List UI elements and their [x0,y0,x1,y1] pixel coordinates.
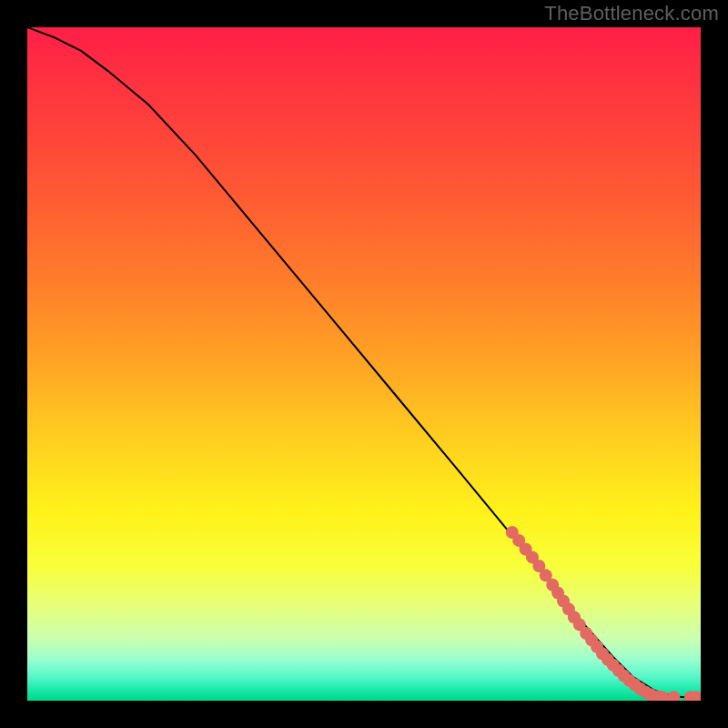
data-markers [506,526,701,701]
plot-area [27,27,701,701]
data-marker [667,691,680,701]
watermark-text: TheBottleneck.com [544,2,719,25]
curve-svg [27,27,701,701]
bottleneck-curve [27,27,701,698]
chart-stage: TheBottleneck.com [0,0,728,728]
